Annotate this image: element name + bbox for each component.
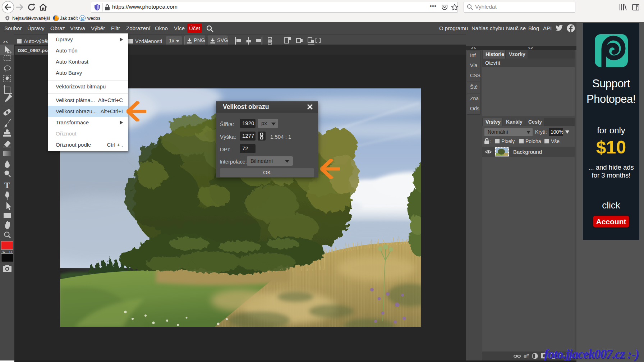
svg-text:@: @ (81, 16, 84, 21)
svg-text:T: T (4, 180, 10, 190)
